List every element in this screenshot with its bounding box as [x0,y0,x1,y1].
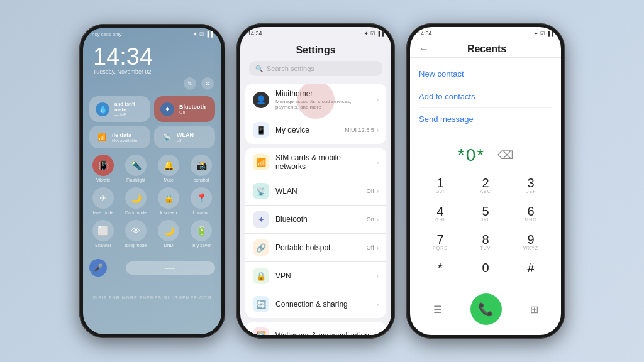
bt-tile-title: Bluetooth [179,104,206,110]
personalization-section: 🖼️ Wallpaper & personalization › 🔐 Alway… [245,322,386,335]
reading-icon: 👁 [125,220,147,241]
dialer-grid-icon[interactable]: ⊞ [530,304,538,315]
keypad: 1 GJI 2 ABC 3 DEF 4 GHI 5 JKL 6 MNO [410,170,561,286]
bt-settings-label: Bluetooth [275,215,360,224]
key-2[interactable]: 2 ABC [464,173,507,199]
dnd-btn[interactable]: 🌙 DND [158,220,179,248]
mydevice-row[interactable]: 📱 My device MIUI 12.5.5 › [245,116,386,144]
send-message-btn[interactable]: Send message [419,108,552,130]
user-row[interactable]: 👤 Miuithemer Manage accounts, cloud serv… [245,84,386,116]
flashlight-label: Flashlight [126,178,145,182]
mydevice-label: My device [275,126,338,134]
wifi-icon-3: ☑ [540,31,545,36]
settings-icon[interactable]: ⚙ [201,77,214,90]
battery-icon-2: ▐▐ [377,31,384,36]
bt-status-icon: ✦ [193,31,197,37]
key-star[interactable]: * [419,258,462,283]
phone2-screen: 14:34 ✦ ☑ ▐▐ Settings 🔍 Search settings … [240,27,391,335]
key-7[interactable]: 7 PQRS [419,229,462,255]
mute-icon: 🔔 [158,155,179,176]
search-bar[interactable]: 🔍 Search settings [249,61,382,76]
key-8-sub: TUV [480,246,491,251]
nav-mic[interactable]: 🎤 [89,259,107,277]
key-9[interactable]: 9 WXYZ [509,229,552,255]
water-tile[interactable]: 💧 and isn't mate... — MB [89,96,150,122]
flashlight-icon: 🔦 [125,155,147,176]
wlan-badge: Off [367,188,374,194]
airplane-btn[interactable]: ✈ lane mode [92,187,114,215]
search-placeholder: Search settings [267,65,314,72]
status-bar-1: ncy calls only ✦ ☑ ▐▐ [83,28,221,40]
key-5[interactable]: 5 JKL [464,201,507,227]
key-4[interactable]: 4 GHI [419,201,462,227]
mute-btn[interactable]: 🔔 Mute [158,155,179,182]
scanner-btn[interactable]: ⬜ Scanner [92,220,114,248]
screenshot-icon: 📸 [191,155,212,176]
ripple-effect [297,84,335,119]
wallpaper-row[interactable]: 🖼️ Wallpaper & personalization › [245,322,386,335]
key-3[interactable]: 3 DEF [509,173,552,199]
key-hash[interactable]: # [509,258,552,283]
backspace-button[interactable]: ⌫ [497,148,513,162]
call-button[interactable]: 📞 [470,293,502,325]
key-1-sub: GJI [436,189,445,195]
water-icon: 💧 [96,102,109,116]
lock-screen: ncy calls only ✦ ☑ ▐▐ 14:34 Tuesday, Nov… [83,28,221,280]
chevron-connection: › [377,301,379,308]
key-1[interactable]: 1 GJI [419,173,462,199]
bluetooth-tile[interactable]: ✦ Bluetooth On [154,96,215,122]
vpn-row[interactable]: 🔒 VPN › [245,262,386,290]
location-btn[interactable]: 📍 Location [191,187,212,215]
back-button[interactable]: ← [419,43,429,55]
key-1-main: 1 [436,177,443,189]
reading-btn[interactable]: 👁 iding mode [125,220,147,248]
wlan-row[interactable]: 📡 WLAN Off › [245,177,386,206]
nav-home[interactable]: —— [126,261,215,275]
flashlight-btn[interactable]: 🔦 Flashlight [125,155,147,182]
key-3-sub: DEF [526,189,536,195]
hotspot-badge: Off [367,244,374,251]
darkmode-label: Dark mode [125,211,147,215]
wifi-icon-2: ☑ [370,31,375,36]
new-contact-btn[interactable]: New contact [419,63,552,85]
phone1: ncy calls only ✦ ☑ ▐▐ 14:34 Tuesday, Nov… [79,24,225,338]
screen-btn[interactable]: 🔒 k screen [158,187,179,215]
key-8[interactable]: 8 TUV [464,229,507,255]
edit-icon[interactable]: ✎ [184,77,196,90]
hotspot-row[interactable]: 🔗 Portable hotspot Off › [245,234,386,262]
key-6[interactable]: 6 MNO [509,201,552,227]
connection-row[interactable]: 🔄 Connection & sharing › [245,290,386,318]
chevron-sim: › [377,159,379,166]
darkmode-icon: 🌙 [125,187,147,209]
status-time-3: 14:34 [418,30,432,36]
scanner-icon: ⬜ [92,220,114,241]
key-7-sub: PQRS [433,246,448,251]
bt-icon-3: ✦ [534,31,538,36]
bt-icon-2: ✦ [364,31,369,36]
tile1-sub: — MB [114,112,144,117]
wallpaper-label: Wallpaper & personalization [275,331,370,335]
battery-saver-btn[interactable]: 🔋 tery saver [191,220,212,248]
battery-saver-icon: 🔋 [191,220,212,241]
wifi-icon: ☑ [199,31,204,37]
battery-icon: ▐▐ [206,31,213,37]
vibrate-label: Vibrate [96,178,110,182]
mobile-data-tile[interactable]: 📶 ile data Not available [89,126,150,148]
screenshot-btn[interactable]: 📸 eenshot [191,155,212,182]
key-star-main: * [438,261,443,274]
recents-header: ← Recents [410,38,561,58]
tile1-title: and isn't mate... [114,101,144,112]
bluetooth-row[interactable]: ✦ Bluetooth On › [245,206,386,234]
add-to-contacts-btn[interactable]: Add to contacts [419,85,552,108]
sim-row[interactable]: 📶 SIM cards & mobile networks › [245,148,386,177]
key-3-main: 3 [527,177,534,189]
key-0[interactable]: 0 [464,258,507,283]
status-icons-2: ✦ ☑ ▐▐ [364,31,384,36]
wlan-tile[interactable]: 📡 WLAN off [154,126,215,148]
darkmode-btn[interactable]: 🌙 Dark mode [125,187,147,215]
settings-title: Settings [249,45,382,56]
vibrate-btn[interactable]: 📳 Vibrate [92,155,114,182]
chevron-bt: › [377,216,379,223]
watermark: VISIT FOR MORE THEMES MIUITHEMER.COM [83,295,221,300]
dialer-menu-icon[interactable]: ☰ [433,304,442,315]
